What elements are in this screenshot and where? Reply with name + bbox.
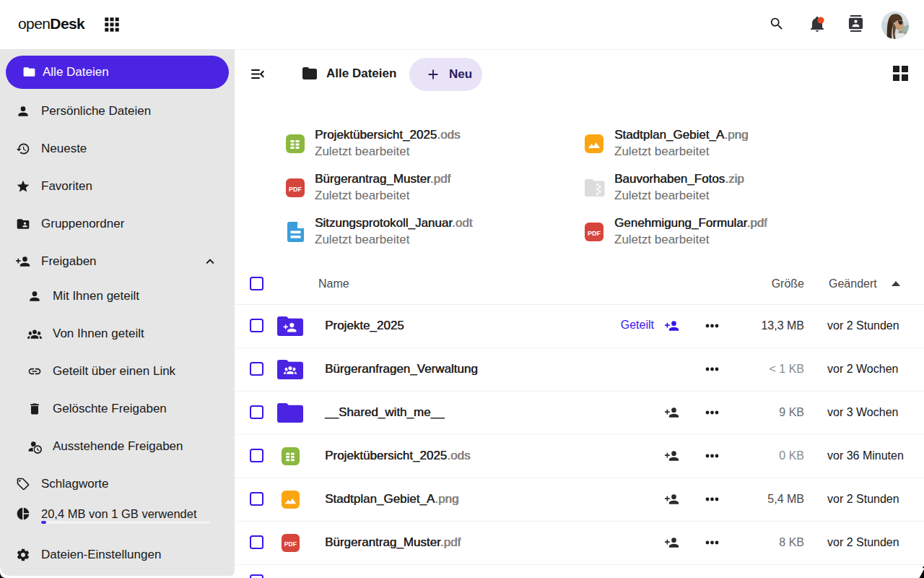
svg-text:PDF: PDF: [588, 230, 601, 237]
svg-text:PDF: PDF: [289, 186, 302, 193]
svg-text:PDF: PDF: [284, 540, 297, 548]
